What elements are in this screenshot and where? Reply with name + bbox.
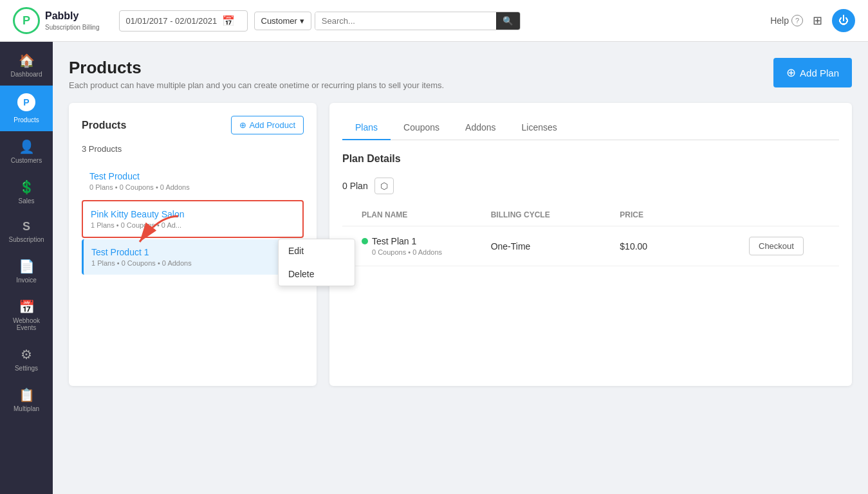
topnav: P Pabbly Subscription Billing 01/01/2017… [0, 0, 868, 42]
sidebar-item-invoice[interactable]: 📄 Invoice [0, 251, 53, 291]
webhook-icon: 📅 [19, 299, 35, 315]
panel-header: Products ⊕ Add Product [82, 116, 304, 134]
billing-cycle-value: One-Time [491, 241, 531, 252]
tab-coupons[interactable]: Coupons [391, 116, 452, 140]
customers-icon: 👤 [19, 139, 35, 154]
sidebar-item-dashboard[interactable]: 🏠 Dashboard [0, 45, 53, 86]
logo-icon: P [13, 7, 40, 34]
plan-count-row: 0 Plan ⬡ [342, 178, 839, 194]
power-button[interactable]: ⏻ [832, 9, 855, 32]
product-meta: 0 Plans • 0 Coupons • 0 Addons [89, 183, 296, 191]
sidebar-label-invoice: Invoice [16, 277, 37, 284]
tab-licenses[interactable]: Licenses [509, 116, 570, 140]
export-icon: ⬡ [380, 181, 388, 191]
subscription-icon: S [23, 220, 30, 233]
tab-plans[interactable]: Plans [342, 116, 391, 140]
sidebar-item-webhook[interactable]: 📅 Webhook Events [0, 291, 53, 339]
multiplan-icon: 📋 [19, 387, 35, 403]
sidebar-label-sales: Sales [18, 197, 34, 205]
col-check [342, 210, 362, 219]
sidebar: 🏠 Dashboard P Products 👤 Customers 💲 Sal… [0, 42, 53, 494]
page-title: Products [69, 58, 444, 78]
sales-icon: 💲 [19, 179, 35, 195]
sidebar-item-subscription[interactable]: S Subscription [0, 212, 53, 251]
logo: P Pabbly Subscription Billing [13, 7, 100, 34]
main-content: Products Each product can have multiple … [53, 42, 868, 494]
table-row: Test Plan 1 0 Coupons • 0 Addons One-Tim… [342, 226, 839, 266]
plan-sub: 0 Coupons • 0 Addons [362, 248, 442, 256]
checkout-button[interactable]: Checkout [749, 237, 804, 255]
help-button[interactable]: Help ? [770, 15, 803, 26]
add-product-button[interactable]: ⊕ Add Product [231, 116, 304, 134]
search-icon: 🔍 [503, 16, 513, 26]
products-icon: P [17, 93, 35, 111]
col-action [749, 210, 839, 219]
search-input[interactable] [315, 12, 496, 30]
sidebar-label-products: Products [14, 116, 39, 124]
export-button[interactable]: ⬡ [374, 178, 394, 194]
sidebar-item-customers[interactable]: 👤 Customers [0, 131, 53, 172]
product-item-wrapper: Pink Kitty Beauty Salon 1 Plans • 0 Coup… [82, 200, 304, 238]
page-subtitle: Each product can have multiple plan and … [69, 80, 444, 90]
context-menu-edit[interactable]: Edit [279, 239, 355, 262]
add-product-label: Add Product [249, 120, 295, 130]
add-product-plus-icon: ⊕ [239, 120, 246, 130]
filter-label: Customer [261, 16, 297, 26]
page-header-left: Products Each product can have multiple … [69, 58, 444, 90]
search-button[interactable]: 🔍 [496, 12, 520, 30]
add-plan-label: Add Plan [800, 68, 839, 78]
tabs-container: Plans Coupons Addons Licenses [342, 116, 839, 140]
product-item[interactable]: Pink Kitty Beauty Salon 1 Plans • 0 Coup… [82, 200, 304, 238]
plan-name-cell: Test Plan 1 0 Coupons • 0 Addons [362, 236, 491, 256]
sidebar-item-label: Dashboard [11, 71, 42, 78]
col-billing-cycle: BILLING CYCLE [491, 210, 620, 219]
sidebar-item-multiplan[interactable]: 📋 Multiplan [0, 380, 53, 420]
date-range-input[interactable]: 01/01/2017 - 02/01/2021 📅 [119, 10, 248, 32]
plan-name: Test Plan 1 [372, 236, 416, 246]
context-menu: Edit Delete [278, 239, 355, 286]
context-menu-delete[interactable]: Delete [279, 262, 355, 286]
tab-addons[interactable]: Addons [452, 116, 508, 140]
calendar-icon[interactable]: 📅 [222, 15, 235, 27]
plus-icon: ⊕ [786, 66, 796, 80]
product-meta: 1 Plans • 0 Coupons • 0 Addons [91, 259, 296, 267]
plans-panel: Plans Coupons Addons Licenses Plan Detai… [329, 103, 852, 386]
table-header: PLAN NAME BILLING CYCLE PRICE [342, 204, 839, 226]
products-panel: Products ⊕ Add Product 3 Products Test P… [69, 103, 317, 386]
nav-right: Help ? ⊞ ⏻ [770, 9, 855, 32]
sidebar-item-products[interactable]: P Products [0, 86, 53, 131]
billing-cycle-cell: One-Time [491, 241, 620, 252]
chevron-down-icon: ▾ [300, 16, 304, 26]
product-name: Pink Kitty Beauty Salon [91, 209, 295, 219]
sidebar-label-webhook: Webhook Events [3, 317, 50, 331]
price-value: $10.00 [620, 241, 647, 252]
product-count: 3 Products [82, 144, 304, 154]
price-cell: $10.00 [620, 241, 749, 252]
sidebar-label-subscription: Subscription [8, 236, 44, 243]
grid-icon[interactable]: ⊞ [813, 14, 822, 28]
product-meta: 1 Plans • 0 Coupons • 0 Ad... [91, 221, 295, 229]
plan-details-header: Plan Details [342, 153, 839, 165]
product-name: Test Product 1 [91, 247, 296, 257]
sidebar-label-multiplan: Multiplan [14, 405, 39, 412]
plan-count: 0 Plan [342, 181, 368, 191]
add-plan-button[interactable]: ⊕ Add Plan [773, 58, 852, 87]
filter-select[interactable]: Customer ▾ [254, 12, 311, 30]
dashboard-icon: 🏠 [19, 53, 35, 68]
power-icon: ⏻ [838, 15, 849, 26]
sidebar-label-customers: Customers [11, 157, 42, 164]
search-box: 🔍 [315, 12, 521, 30]
col-plan-name: PLAN NAME [362, 210, 491, 219]
sidebar-label-settings: Settings [15, 365, 38, 372]
product-item[interactable]: Test Product 0 Plans • 0 Coupons • 0 Add… [82, 163, 304, 199]
page-header: Products Each product can have multiple … [69, 58, 852, 90]
plan-details-title: Plan Details [342, 153, 401, 165]
logo-text: Pabbly Subscription Billing [45, 10, 100, 32]
invoice-icon: 📄 [19, 259, 35, 274]
product-item[interactable]: Test Product 1 1 Plans • 0 Coupons • 0 A… [82, 239, 304, 275]
content-row: Products ⊕ Add Product 3 Products Test P… [69, 103, 852, 386]
sidebar-item-settings[interactable]: ⚙ Settings [0, 339, 53, 380]
sidebar-item-sales[interactable]: 💲 Sales [0, 172, 53, 212]
product-name: Test Product [89, 171, 296, 181]
help-icon: ? [791, 15, 803, 26]
